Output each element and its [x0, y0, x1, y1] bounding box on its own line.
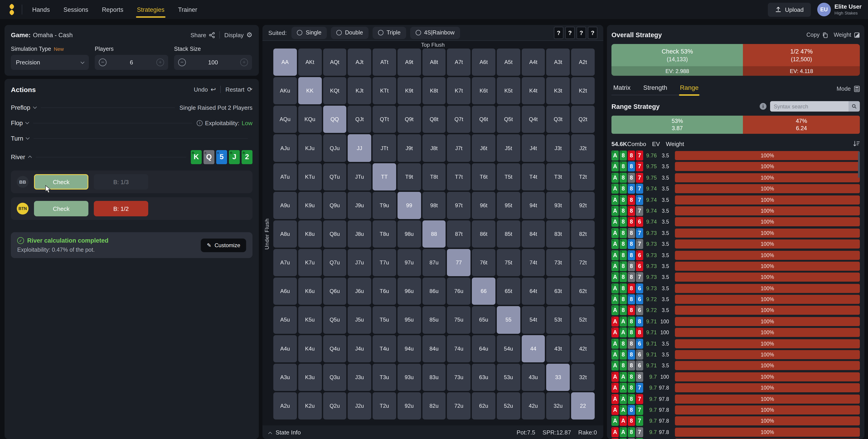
matrix-cell-A5t[interactable]: A5t — [497, 49, 520, 76]
matrix-cell-K3u[interactable]: K3u — [298, 363, 322, 391]
matrix-cell-44[interactable]: 44 — [522, 335, 545, 362]
matrix-cell-T5t[interactable]: T5t — [497, 163, 520, 190]
matrix-cell-JTt[interactable]: JTt — [373, 135, 396, 162]
matrix-cell-KK[interactable]: KK — [298, 77, 322, 104]
tab-range[interactable]: Range — [679, 82, 700, 95]
matrix-cell-Q7t[interactable]: Q7t — [447, 106, 471, 133]
matrix-cell-K2t[interactable]: K2t — [571, 77, 595, 104]
matrix-cell-42u[interactable]: 42u — [522, 392, 545, 419]
combo-row[interactable]: ♥A♣A♣8♦79.797.8100% — [612, 383, 860, 393]
matrix-cell-KQt[interactable]: KQt — [323, 77, 346, 104]
matrix-cell-72u[interactable]: 72u — [447, 392, 471, 419]
combo-row[interactable]: ♣A♣8♦8♦69.723.5100% — [612, 294, 860, 304]
matrix-cell-J2t[interactable]: J2t — [571, 135, 595, 162]
matrix-cell-54u[interactable]: 54u — [497, 335, 520, 362]
nav-item-strategies[interactable]: Strategies — [137, 0, 164, 19]
matrix-cell-T6u[interactable]: T6u — [373, 277, 396, 305]
matrix-cell-Q5u[interactable]: Q5u — [323, 306, 346, 333]
matrix-cell-Q9u[interactable]: Q9u — [323, 192, 346, 219]
matrix-cell-K9t[interactable]: K9t — [398, 77, 421, 104]
matrix-cell-K5t[interactable]: K5t — [497, 77, 520, 104]
weight-button[interactable]: Weight — [834, 32, 860, 38]
matrix-cell-K3t[interactable]: K3t — [547, 77, 570, 104]
nav-item-reports[interactable]: Reports — [102, 0, 124, 19]
matrix-cell-J4u[interactable]: J4u — [348, 335, 371, 362]
suited-option-single[interactable]: Single — [292, 27, 327, 39]
matrix-cell-65t[interactable]: 65t — [497, 277, 520, 305]
matrix-cell-Q4t[interactable]: Q4t — [522, 106, 545, 133]
nav-item-sessions[interactable]: Sessions — [63, 0, 88, 19]
street-row-preflop[interactable]: Preflop Single Raised Pot 2 Players — [11, 101, 252, 114]
combo-row[interactable]: ♣A♣8♥8♥79.763.5100% — [612, 151, 860, 160]
strategy-segment-green[interactable]: Check 53%(14,133)EV: 2.988 — [612, 44, 743, 76]
combo-row[interactable]: ♣A♣8♥8♦69.733.5100% — [612, 283, 860, 293]
matrix-cell-74t[interactable]: 74t — [522, 249, 545, 276]
matrix-cell-K6t[interactable]: K6t — [472, 77, 495, 104]
matrix-cell-84t[interactable]: 84t — [522, 221, 545, 247]
matrix-cell-KJt[interactable]: KJt — [348, 77, 371, 104]
matrix-cell-J7u[interactable]: J7u — [348, 249, 371, 276]
check-button-bb[interactable]: Check — [34, 174, 88, 189]
combo-row[interactable]: ♣A♣8♦8♦79.743.5100% — [612, 184, 860, 194]
matrix-cell-62u[interactable]: 62u — [472, 392, 495, 419]
matrix-cell-KTt[interactable]: KTt — [373, 77, 396, 104]
matrix-cell-T7u[interactable]: T7u — [373, 249, 396, 276]
matrix-cell-Q6t[interactable]: Q6t — [472, 106, 495, 133]
matrix-cell-98t[interactable]: 98t — [422, 192, 446, 219]
combo-row[interactable]: ♥A♣A♣8♠89.7100100% — [612, 372, 860, 382]
matrix-cell-Q7u[interactable]: Q7u — [323, 249, 346, 276]
matrix-cell-Q6u[interactable]: Q6u — [323, 277, 346, 305]
combo-row[interactable]: ♣A♥A♥8♣79.797.8100% — [612, 416, 860, 426]
matrix-cell-K5u[interactable]: K5u — [298, 306, 322, 333]
matrix-cell-A2u[interactable]: A2u — [273, 392, 297, 419]
matrix-cell-T4t[interactable]: T4t — [522, 163, 545, 190]
matrix-cell-K4t[interactable]: K4t — [522, 77, 545, 104]
state-info-bar[interactable]: State Info Pot:7.5SPR:12.87Rake:0 — [262, 426, 603, 439]
matrix-cell-QTt[interactable]: QTt — [373, 106, 396, 133]
matrix-cell-A8u[interactable]: A8u — [273, 221, 297, 247]
matrix-cell-73u[interactable]: 73u — [447, 363, 471, 391]
matrix-cell-87u[interactable]: 87u — [422, 249, 446, 276]
matrix-cell-AA[interactable]: AA — [273, 49, 297, 76]
range-segment-red[interactable]: 47%6.24 — [743, 116, 860, 134]
range-segment-green[interactable]: 53%3.87 — [612, 116, 743, 134]
matrix-cell-T3u[interactable]: T3u — [373, 363, 396, 391]
stack-size-value[interactable]: 100 — [186, 59, 240, 66]
matrix-cell-AQt[interactable]: AQt — [323, 49, 346, 76]
matrix-cell-22[interactable]: 22 — [571, 392, 595, 419]
matrix-cell-J8u[interactable]: J8u — [348, 221, 371, 247]
matrix-cell-92u[interactable]: 92u — [398, 392, 421, 419]
matrix-cell-QQ[interactable]: QQ — [323, 106, 346, 133]
bet-button-btn[interactable]: B: 1/2 — [94, 201, 148, 216]
street-row-flop[interactable]: Flop i Exploitability: Low — [11, 116, 252, 130]
combo-row[interactable]: ♥A♣A♣8♦89.71100100% — [612, 317, 860, 326]
matrix-cell-T2t[interactable]: T2t — [571, 163, 595, 190]
street-row-turn[interactable]: Turn — [11, 131, 252, 145]
tab-matrix[interactable]: Matrix — [612, 82, 631, 95]
matrix-cell-Q8t[interactable]: Q8t — [422, 106, 446, 133]
matrix-cell-J5u[interactable]: J5u — [348, 306, 371, 333]
matrix-cell-K8u[interactable]: K8u — [298, 221, 322, 247]
matrix-cell-K2u[interactable]: K2u — [298, 392, 322, 419]
matrix-cell-Q2u[interactable]: Q2u — [323, 392, 346, 419]
matrix-cell-42t[interactable]: 42t — [571, 335, 595, 362]
matrix-cell-T6t[interactable]: T6t — [472, 163, 495, 190]
matrix-cell-K9u[interactable]: K9u — [298, 192, 322, 219]
matrix-cell-Q5t[interactable]: Q5t — [497, 106, 520, 133]
matrix-cell-Q2t[interactable]: Q2t — [571, 106, 595, 133]
matrix-cell-Q9t[interactable]: Q9t — [398, 106, 421, 133]
matrix-cell-32u[interactable]: 32u — [547, 392, 570, 419]
matrix-cell-82t[interactable]: 82t — [571, 221, 595, 247]
matrix-cell-J9u[interactable]: J9u — [348, 192, 371, 219]
matrix-cell-77[interactable]: 77 — [447, 249, 471, 276]
matrix-cell-T3t[interactable]: T3t — [547, 163, 570, 190]
combo-row[interactable]: ♣A♣8♠8♠79.733.5100% — [612, 272, 860, 282]
sim-type-select[interactable]: Precision — [11, 55, 89, 70]
matrix-cell-43u[interactable]: 43u — [522, 363, 545, 391]
matrix-cell-88[interactable]: 88 — [422, 221, 446, 247]
matrix-cell-T5u[interactable]: T5u — [373, 306, 396, 333]
matrix-cell-J5t[interactable]: J5t — [497, 135, 520, 162]
display-button[interactable]: Display ⚙ — [224, 31, 252, 39]
combo-row[interactable]: ♣A♣8♠8♠69.713.5100% — [612, 361, 860, 371]
matrix-cell-JTu[interactable]: JTu — [348, 163, 371, 190]
